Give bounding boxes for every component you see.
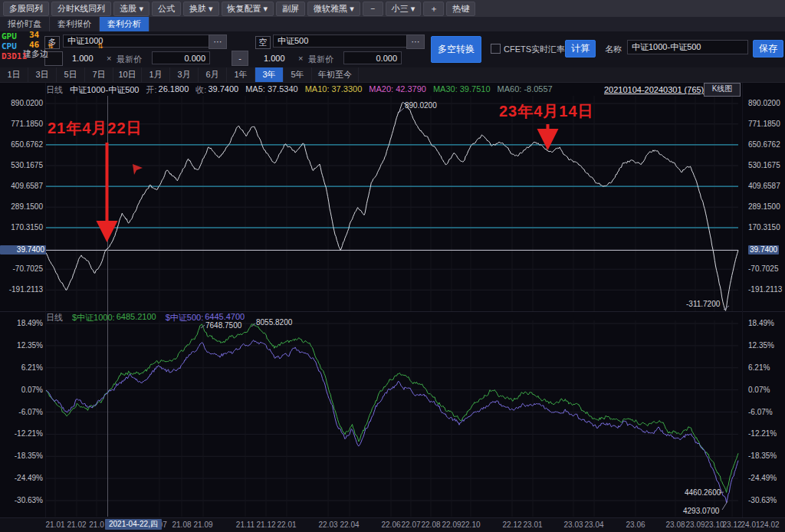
y-axis-label: 170.3150	[748, 223, 780, 232]
series2-label: $中证500:	[166, 312, 204, 323]
period-7d[interactable]: 7日	[85, 67, 113, 82]
swap-long-short-button[interactable]: 多空转换	[431, 36, 481, 63]
y-axis-label: 289.1500	[0, 202, 43, 212]
y-axis-label: -24.49%	[748, 474, 777, 483]
y-axis-label: 771.1850	[0, 120, 43, 129]
menu-skin[interactable]: 换肤 ▾	[183, 2, 219, 16]
long-multiply-sign: ×	[107, 54, 111, 63]
crosshair-date-label: 2021-04-22,四	[105, 519, 162, 530]
low2-pointer-line	[722, 501, 728, 510]
long-latest-price-label: 最新价	[117, 54, 142, 65]
x-axis-label: 22.04	[340, 521, 359, 529]
menu-font-larger-button[interactable]: ＋	[423, 2, 444, 16]
series-spread	[46, 102, 738, 310]
trough-pointer-line	[724, 306, 729, 310]
arbitrage-control-panel: 多 中证1000 ⋯ 空 中证500 ⋯ 多空转换 CFETS实时汇率 计算 名…	[0, 31, 785, 68]
period-3d[interactable]: 3日	[28, 67, 57, 82]
menu-secondary-screen[interactable]: 副屏	[276, 2, 305, 16]
y-axis-label: 12.35%	[748, 341, 774, 350]
low2-annotation: 4293.0700	[683, 507, 719, 515]
calculate-button[interactable]: 计算	[565, 40, 596, 57]
y-axis-label: -70.7025	[0, 264, 43, 274]
period-5d[interactable]: 5日	[57, 67, 85, 82]
save-button[interactable]: 保存	[753, 40, 783, 57]
y-axis-label: 6.21%	[748, 363, 770, 373]
short-quantity-value[interactable]: 1.000	[264, 54, 285, 63]
y-axis-label: 6.21%	[0, 363, 43, 373]
y-axis-label: -18.35%	[0, 452, 43, 461]
kline-chart-button[interactable]: K线图	[704, 83, 741, 97]
tab-arbitrage-quote[interactable]: 套利报价	[50, 17, 100, 31]
bottom-period-label: 日线	[46, 312, 63, 323]
menu-font-smaller-button[interactable]: －	[363, 2, 383, 16]
long-symbol-browse-button[interactable]: ⋯	[209, 34, 227, 49]
y-axis-label: 409.6587	[748, 182, 780, 191]
period-1d[interactable]: 1日	[0, 67, 28, 82]
x-axis-label: 22.06	[381, 521, 400, 529]
menu-font-size-select[interactable]: 小三 ▾	[386, 2, 422, 16]
peak-value-annotation: 890.0200	[405, 101, 437, 110]
menu-multi-stock-columns[interactable]: 多股同列	[3, 2, 49, 16]
x-axis-label: 23.01	[523, 521, 542, 529]
close-label: 收:	[195, 84, 206, 96]
menu-intraday-kline-columns[interactable]: 分时K线同列	[51, 2, 111, 16]
spread-name-input[interactable]: 中证1000-中证500	[627, 40, 748, 54]
period-3m[interactable]: 3月	[170, 67, 199, 82]
long-quantity-value[interactable]: 1.000	[72, 54, 94, 63]
x-axis-label: 21.08	[172, 521, 191, 529]
period-3y[interactable]: 3年	[255, 67, 284, 82]
low1-annotation: 4460.2600	[685, 488, 721, 497]
last-price-axis-label: 39.7400	[748, 245, 779, 255]
menu-font-select[interactable]: 微软雅黑 ▾	[307, 2, 360, 16]
x-axis-label: 22.07	[401, 521, 420, 529]
y-axis-label: 289.1500	[748, 202, 780, 212]
period-6m[interactable]: 6月	[199, 67, 227, 82]
menu-restore-config[interactable]: 恢复配置 ▾	[222, 2, 274, 16]
period-10d[interactable]: 10日	[113, 67, 142, 82]
period-1m[interactable]: 1月	[142, 67, 170, 82]
minus-operator-button[interactable]: -	[232, 51, 248, 66]
x-axis-label: 22.03	[318, 521, 337, 529]
x-axis-label: 23.10	[705, 521, 724, 529]
date-range-link[interactable]: 20210104-20240301 (765)	[604, 85, 704, 94]
short-price-input[interactable]: 0.000	[343, 51, 402, 64]
red-annotation-apr-2023: 23年4月14日	[499, 101, 594, 122]
x-axis-label: 21.09	[193, 521, 212, 529]
y-axis-label: 12.35%	[0, 341, 43, 350]
y-axis-label: 409.6587	[0, 182, 43, 191]
x-axis-label: 23.09	[685, 521, 705, 529]
gpu-overlay-label: GPU	[2, 31, 17, 41]
short-symbol-browse-button[interactable]: ⋯	[406, 34, 425, 49]
menu-formula[interactable]: 公式	[152, 2, 181, 16]
period-1y[interactable]: 1年	[227, 67, 255, 82]
series1-value: 6485.2100	[117, 312, 156, 323]
long-symbol-input[interactable]: 中证1000	[63, 34, 215, 48]
y-axis-label: 18.49%	[0, 319, 43, 328]
tab-quote-watch[interactable]: 报价盯盘	[0, 17, 50, 31]
y-axis-label: -191.2113	[748, 285, 782, 294]
x-axis-label: 21.02	[67, 521, 86, 529]
ma20-value: MA20: 42.3790	[369, 84, 426, 96]
long-price-input[interactable]: 0.000	[152, 51, 210, 64]
x-axis-label: 23.04	[584, 521, 603, 529]
chart-background	[0, 82, 785, 517]
cfets-checkbox[interactable]	[491, 44, 501, 54]
trough-value-annotation: -311.7200	[686, 300, 720, 308]
y-axis-label: 170.3150	[0, 223, 43, 232]
y-axis-label: 650.6762	[0, 140, 43, 149]
d3d-overlay-label: D3D11	[2, 51, 27, 61]
menu-stock-picker[interactable]: 选股 ▾	[113, 2, 149, 16]
low1-pointer-line	[719, 492, 724, 493]
period-ytd[interactable]: 年初至今	[312, 67, 359, 82]
peak-pointer-line	[399, 108, 404, 113]
red-annotation-apr-2021: 21年4月22日	[48, 118, 143, 139]
short-multiply-sign: ×	[298, 54, 303, 63]
cpu-overlay-value: 46	[29, 40, 39, 50]
menu-hotkeys[interactable]: 热键	[446, 2, 475, 16]
short-symbol-input[interactable]: 中证500	[273, 34, 412, 48]
name-label: 名称	[605, 44, 622, 55]
top-period-label: 日线	[46, 84, 63, 96]
tab-arbitrage-analysis[interactable]: 套利分析	[100, 17, 149, 31]
x-axis-label: 23.06	[626, 521, 645, 529]
period-5y[interactable]: 5年	[284, 67, 312, 82]
